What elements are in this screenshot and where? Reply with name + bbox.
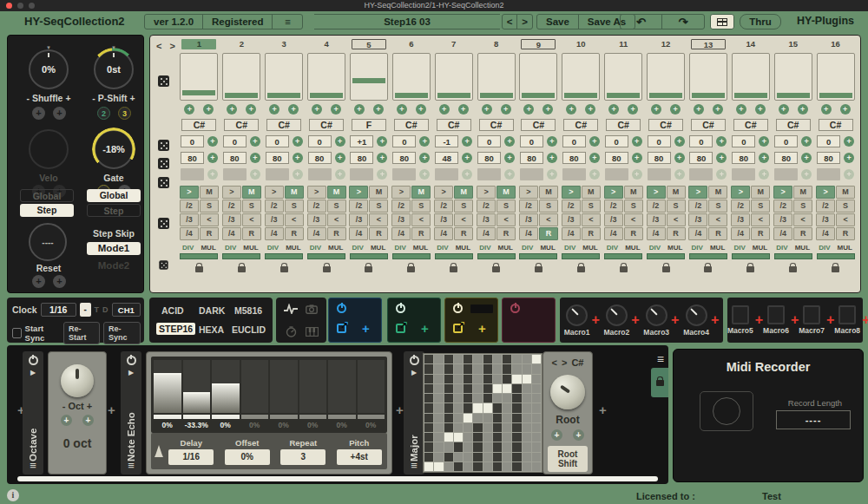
step-number-button[interactable]: 2 — [224, 39, 259, 49]
gate-mode-cell[interactable]: /3 — [349, 213, 368, 226]
pitch-plus-button[interactable]: + — [246, 104, 256, 115]
scale-grid-cell[interactable] — [454, 375, 463, 383]
octave-plus-button[interactable]: + — [377, 136, 387, 147]
seq-type-euclid[interactable]: EUCLID — [232, 324, 266, 335]
gate-mode-cell[interactable]: < — [793, 213, 812, 226]
mul-label[interactable]: MUL — [710, 244, 725, 252]
macro-knob[interactable] — [566, 304, 588, 326]
echo-bar-slider[interactable] — [270, 360, 298, 413]
octave-value[interactable]: 0 — [266, 135, 289, 147]
gate-mode-cell[interactable]: S — [200, 200, 219, 213]
step-number-button[interactable]: 3 — [266, 39, 301, 49]
scale-grid-cell[interactable] — [434, 453, 443, 461]
gate-mode-cell[interactable]: M — [582, 186, 601, 199]
gate-mode-cell[interactable]: M — [836, 186, 855, 199]
note-value[interactable]: C# — [733, 119, 768, 131]
scale-grid-cell[interactable] — [483, 375, 492, 383]
velocity-value[interactable]: 80 — [562, 152, 586, 164]
pitch-slider[interactable] — [774, 53, 812, 101]
mul-label[interactable]: MUL — [625, 244, 640, 252]
octave-plus-button[interactable]: + — [250, 136, 260, 147]
pitch-plus-button[interactable]: + — [331, 104, 341, 115]
pitch-random-button[interactable]: + — [482, 104, 492, 115]
power-icon[interactable] — [337, 304, 346, 313]
velo-knob[interactable] — [29, 129, 69, 169]
step-lock-icon[interactable] — [789, 266, 797, 272]
scale-grid-cell[interactable] — [532, 355, 541, 363]
pitch-slider[interactable] — [519, 53, 557, 101]
step-skip-mode2-button[interactable]: Mode2 — [87, 259, 141, 272]
scale-grid-cell[interactable] — [424, 442, 433, 451]
gate-mode-cell[interactable]: R — [327, 227, 346, 240]
pitch-plus-button[interactable]: + — [542, 104, 553, 115]
scale-grid-cell[interactable] — [473, 433, 482, 442]
scale-grid-cell[interactable] — [444, 414, 453, 422]
gate-mode-cell[interactable]: /2 — [307, 200, 326, 213]
pitch-dice-icon[interactable] — [158, 75, 169, 87]
velocity-value[interactable]: 48 — [435, 152, 458, 164]
scale-grid-cell[interactable] — [454, 423, 463, 432]
scale-grid-cell[interactable] — [493, 403, 502, 412]
gate-mode-cell[interactable]: > — [477, 186, 496, 199]
scale-grid-cell[interactable] — [483, 453, 492, 461]
save-button[interactable]: Save — [537, 15, 579, 29]
scale-grid-cell[interactable] — [483, 403, 492, 412]
step-skip-mode1-button[interactable]: Mode1 — [87, 242, 141, 255]
scale-grid-cell[interactable] — [532, 394, 541, 403]
midi-channel-select[interactable]: CH1 — [112, 303, 141, 317]
gate-mode-cell[interactable]: < — [496, 213, 516, 226]
scale-grid-cell[interactable] — [493, 355, 502, 363]
root-random-button[interactable]: + — [551, 429, 562, 441]
note-value[interactable]: C# — [776, 119, 811, 131]
gate-mode-cell[interactable]: > — [816, 186, 835, 199]
pshift-knob[interactable]: ▼ 0st — [94, 49, 134, 89]
div-slider[interactable] — [265, 253, 303, 259]
scale-grid-cell[interactable] — [454, 414, 463, 422]
div-slider[interactable] — [562, 253, 600, 259]
gate-mode-cell[interactable]: M — [667, 186, 686, 199]
gate-mode-cell[interactable]: < — [242, 213, 261, 226]
echo-bar-slider[interactable] — [328, 360, 356, 413]
scale-grid-cell[interactable] — [434, 433, 443, 442]
gate-mode-cell[interactable]: < — [327, 213, 346, 226]
reset-knob[interactable]: ---- — [29, 223, 67, 261]
scale-grid-cell[interactable] — [532, 403, 541, 412]
step-lock-icon[interactable] — [704, 266, 712, 272]
gate-mode-cell[interactable]: /3 — [647, 213, 666, 226]
gate-mode-cell[interactable]: /2 — [391, 200, 411, 213]
pshift-option3-button[interactable]: 3 — [118, 107, 131, 120]
note-value[interactable]: C# — [479, 119, 514, 131]
root-plus-button[interactable]: + — [573, 429, 584, 441]
move-icon[interactable]: + — [362, 324, 370, 333]
scale-grid-cell[interactable] — [424, 384, 433, 393]
gate-mode-cell[interactable]: /4 — [477, 227, 496, 240]
gate-mode-cell[interactable]: S — [708, 200, 727, 213]
reset-random-button[interactable]: + — [32, 275, 45, 288]
scale-grid-cell[interactable] — [493, 433, 502, 442]
octave-value[interactable]: 0 — [648, 135, 671, 147]
gate-mode-cell[interactable]: < — [369, 213, 388, 226]
velocity-value[interactable]: 80 — [223, 152, 247, 164]
gate-mode-cell[interactable]: > — [731, 186, 750, 199]
seq-type-dark[interactable]: DARK — [199, 305, 225, 316]
gate-mode-cell[interactable]: < — [708, 213, 727, 226]
velocity-plus-button[interactable]: + — [547, 153, 557, 163]
pitch-plus-button[interactable]: + — [798, 104, 808, 115]
octave-plus-button[interactable]: + — [801, 136, 812, 147]
gate-mode-cell[interactable]: S — [411, 200, 431, 213]
scale-grid-cell[interactable] — [483, 394, 492, 403]
gate-mode-cell[interactable]: > — [180, 186, 199, 199]
scale-grid-cell[interactable] — [512, 462, 521, 471]
gate-mode-cell[interactable]: /2 — [688, 200, 707, 213]
pitch-random-button[interactable]: + — [397, 104, 407, 115]
macro-assign-button[interactable]: + — [826, 312, 834, 328]
pitch-slider[interactable] — [689, 53, 727, 101]
gate-mode-cell[interactable]: /3 — [222, 213, 241, 226]
mul-label[interactable]: MUL — [328, 244, 343, 252]
velocity-plus-button[interactable]: + — [844, 153, 854, 163]
scale-grid-cell[interactable] — [424, 355, 433, 363]
scale-grid-cell[interactable] — [523, 442, 531, 451]
scale-grid-cell[interactable] — [464, 453, 472, 461]
pitch-random-button[interactable]: + — [523, 104, 534, 115]
echo-bar-slider[interactable] — [154, 360, 181, 413]
